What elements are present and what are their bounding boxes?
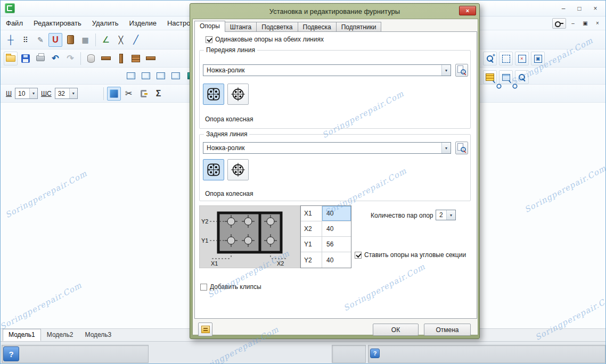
- tab-model1[interactable]: Модель1: [3, 329, 41, 341]
- front-caster-pair-button[interactable]: [203, 84, 224, 105]
- cylinder-tool-button[interactable]: [84, 52, 98, 65]
- tab-lighting[interactable]: Подсветка: [256, 22, 298, 31]
- clamp-tool-button[interactable]: [137, 87, 151, 101]
- zoom-window-button[interactable]: ×: [515, 52, 529, 65]
- mdi-restore-button[interactable]: ▣: [580, 19, 591, 28]
- param-value[interactable]: 40: [322, 221, 351, 236]
- param-value[interactable]: 40: [322, 206, 351, 221]
- tab-model3[interactable]: Модель3: [79, 329, 118, 341]
- zoom-extents-button[interactable]: [499, 52, 513, 65]
- back-preview-button[interactable]: [455, 142, 468, 154]
- chevron-down-icon[interactable]: ▾: [441, 65, 451, 76]
- table-row: Y2 40: [301, 252, 351, 268]
- dialog-body: Опоры Штанга Подсветка Подвеска Подпятни…: [192, 19, 478, 335]
- diagonal-tool-button[interactable]: ╱: [129, 33, 143, 47]
- back-caster-pair-button[interactable]: [203, 159, 224, 180]
- edge-thickness-select[interactable]: 32 ▾: [55, 88, 78, 99]
- param-name: Y1: [301, 237, 322, 252]
- find-structure-button[interactable]: [483, 70, 497, 84]
- cross-lines-tool-button[interactable]: ╳: [114, 33, 128, 47]
- dialog-close-button[interactable]: ×: [459, 6, 476, 15]
- open-button[interactable]: [4, 52, 18, 65]
- undo-button[interactable]: ↶: [48, 52, 62, 65]
- mdi-minimize-button[interactable]: –: [568, 19, 578, 28]
- panel-stack-tool-button[interactable]: [129, 52, 143, 65]
- close-button[interactable]: ×: [587, 3, 603, 14]
- caster-plate-icon: [206, 162, 222, 178]
- view-iso-button[interactable]: [169, 69, 183, 83]
- dialog-titlebar: Установка и редактирование фурнитуры ×: [192, 4, 477, 19]
- add-clips-checkbox[interactable]: [200, 284, 207, 291]
- param-value[interactable]: 56: [322, 237, 351, 252]
- front-line-group: Передняя линия Ножка-ролик ▾: [199, 50, 471, 129]
- param-name: Y2: [301, 252, 322, 268]
- shelf-tool-button[interactable]: [99, 52, 113, 65]
- ok-button[interactable]: ОК: [373, 324, 419, 336]
- sum-tool-button[interactable]: Σ: [152, 87, 166, 101]
- mdi-close-button[interactable]: ×: [592, 19, 603, 28]
- front-preview-button[interactable]: [455, 64, 468, 77]
- measure-tool-button[interactable]: ✎: [34, 33, 47, 47]
- magnet-tool-button[interactable]: U: [48, 33, 62, 47]
- back-caster-single-button[interactable]: [227, 159, 249, 180]
- cut-tool-button[interactable]: ✂: [122, 87, 136, 101]
- view-front-button[interactable]: [124, 69, 138, 83]
- search-button[interactable]: [515, 70, 529, 84]
- context-help-button[interactable]: ?: [370, 349, 380, 358]
- zoom-window-icon: ×: [518, 55, 526, 63]
- caster-plate-icon: [206, 86, 222, 102]
- tab-hanger[interactable]: Подвеска: [298, 22, 337, 31]
- tab-rod[interactable]: Штанга: [225, 22, 257, 31]
- print-button[interactable]: [34, 52, 47, 65]
- folder-icon: [6, 55, 15, 62]
- menu-delete[interactable]: Удалить: [87, 17, 124, 29]
- grid-snap-button[interactable]: ⠿: [19, 33, 32, 47]
- view-top-button[interactable]: [154, 69, 168, 83]
- move-tool-button[interactable]: ┼: [4, 33, 18, 47]
- save-button[interactable]: [19, 52, 32, 65]
- chevron-down-icon[interactable]: ▾: [446, 210, 455, 220]
- chevron-down-icon[interactable]: ▾: [29, 88, 37, 98]
- help-button[interactable]: ?: [3, 346, 19, 361]
- menu-edit[interactable]: Редактировать: [28, 17, 87, 29]
- view-side-button[interactable]: [139, 69, 153, 83]
- cancel-button[interactable]: Отмена: [424, 324, 471, 336]
- same-supports-checkbox[interactable]: [206, 36, 212, 43]
- zoom-in-button[interactable]: +: [483, 52, 497, 65]
- clamp-icon: [141, 90, 146, 97]
- save-defaults-button[interactable]: [198, 322, 212, 336]
- pairs-count-select[interactable]: 2 ▾: [436, 210, 456, 220]
- key-icon: [555, 21, 563, 26]
- chevron-down-icon[interactable]: ▾: [441, 143, 451, 153]
- door-tool-button[interactable]: [63, 33, 77, 47]
- status-bar: ? X Y Z ?: [1, 341, 605, 364]
- view-cube-icon: [127, 72, 135, 79]
- sheet-thickness-select[interactable]: 10 ▾: [15, 88, 38, 99]
- back-line-select[interactable]: Ножка-ролик ▾: [203, 142, 451, 154]
- maximize-button[interactable]: □: [571, 3, 587, 14]
- redo-button[interactable]: ↷: [63, 52, 77, 65]
- front-caster-single-button[interactable]: [227, 84, 249, 105]
- param-value[interactable]: 40: [322, 252, 351, 268]
- front-line-value: Ножка-ролик: [203, 67, 441, 74]
- tab-supports[interactable]: Опоры: [194, 21, 225, 32]
- add-clips-label: Добавить клипсы: [210, 283, 261, 291]
- status-panel-left: ?: [2, 345, 149, 363]
- menu-product[interactable]: Изделие: [124, 17, 161, 29]
- app-mode-button[interactable]: [107, 87, 121, 101]
- tab-model2[interactable]: Модель2: [41, 329, 79, 341]
- menu-file[interactable]: Файл: [1, 17, 28, 29]
- angle-tool-button[interactable]: ∠: [99, 33, 113, 47]
- board-icon: [146, 56, 155, 60]
- license-key-button[interactable]: [552, 18, 566, 29]
- minimize-button[interactable]: –: [555, 3, 571, 14]
- front-line-select[interactable]: Ножка-ролик ▾: [203, 64, 451, 76]
- copy-tool-button[interactable]: ▦: [78, 33, 92, 47]
- find-table-button[interactable]: [499, 70, 513, 84]
- side-panel-tool-button[interactable]: [114, 52, 128, 65]
- chevron-down-icon[interactable]: ▾: [69, 88, 77, 98]
- corner-supports-checkbox[interactable]: [355, 252, 362, 259]
- tab-glides[interactable]: Подпятники: [336, 22, 382, 31]
- panel-tool-button[interactable]: [144, 52, 158, 65]
- zoom-previous-button[interactable]: ▣: [531, 52, 545, 65]
